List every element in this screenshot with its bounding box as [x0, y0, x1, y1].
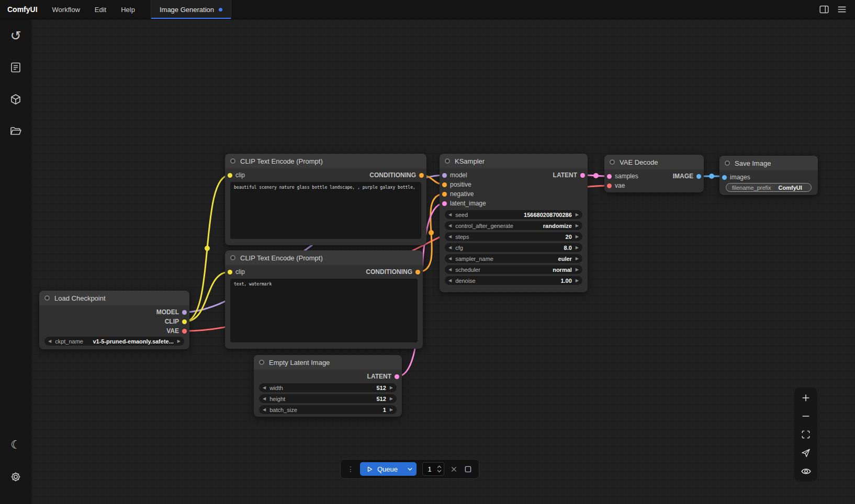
- input-slot-clip[interactable]: [228, 173, 232, 178]
- widget-ckpt-name[interactable]: ckpt_name v1-5-pruned-emaonly.safete...: [44, 337, 184, 346]
- increment-arrow-icon[interactable]: [390, 386, 393, 390]
- menu-help[interactable]: Help: [114, 0, 142, 19]
- menu-workflow[interactable]: Workflow: [45, 0, 87, 19]
- decrement-arrow-icon[interactable]: [448, 224, 452, 228]
- decrement-arrow-icon[interactable]: [448, 235, 452, 239]
- link-dot-conditioning[interactable]: [429, 230, 434, 235]
- decrement-arrow-icon[interactable]: [448, 279, 452, 283]
- hamburger-menu-icon[interactable]: [835, 3, 849, 16]
- toggle-visibility-eye-icon[interactable]: [800, 465, 812, 477]
- widget-batch-size[interactable]: batch_size 1: [259, 405, 397, 414]
- node-header[interactable]: VAE Decode: [604, 155, 704, 169]
- node-clip-text-encode-positive[interactable]: CLIP Text Encode (Prompt) clip CONDITION…: [225, 154, 426, 245]
- node-vae-decode[interactable]: VAE Decode samples IMAGE vae: [604, 155, 704, 192]
- decrement-arrow-icon[interactable]: [448, 246, 452, 250]
- increment-arrow-icon[interactable]: [576, 268, 579, 272]
- panel-toggle-icon[interactable]: [817, 3, 831, 16]
- node-header[interactable]: KSampler: [440, 154, 588, 168]
- input-slot-samples[interactable]: [607, 174, 612, 179]
- stepper-up-icon[interactable]: [437, 465, 442, 468]
- queue-options-chevron-icon[interactable]: [403, 462, 417, 476]
- decrement-arrow-icon[interactable]: [448, 213, 452, 217]
- output-slot-latent[interactable]: [395, 374, 399, 379]
- decrement-arrow-icon[interactable]: [263, 408, 266, 412]
- node-header[interactable]: Empty Latent Image: [254, 355, 402, 370]
- pointer-mode-icon[interactable]: [800, 447, 812, 459]
- node-header[interactable]: CLIP Text Encode (Prompt): [225, 250, 423, 265]
- decrement-arrow-icon[interactable]: [263, 397, 266, 401]
- node-canvas[interactable]: Load Checkpoint MODEL CLIP VAE ckpt_name…: [31, 19, 855, 504]
- input-slot-clip[interactable]: [228, 270, 232, 274]
- node-clip-text-encode-negative[interactable]: CLIP Text Encode (Prompt) clip CONDITION…: [225, 250, 423, 349]
- link-dot-image[interactable]: [709, 174, 714, 179]
- increment-arrow-icon[interactable]: [576, 235, 579, 239]
- widget-height[interactable]: height 512: [259, 394, 397, 403]
- node-load-checkpoint[interactable]: Load Checkpoint MODEL CLIP VAE ckpt_name…: [39, 291, 189, 349]
- input-slot-positive[interactable]: [442, 182, 447, 187]
- node-header[interactable]: Save Image: [719, 156, 818, 170]
- increment-arrow-icon[interactable]: [390, 397, 393, 401]
- widget-scheduler[interactable]: scheduler normal: [445, 265, 582, 274]
- increment-arrow-icon[interactable]: [576, 224, 579, 228]
- collapse-dot-icon[interactable]: [230, 255, 235, 260]
- collapse-dot-icon[interactable]: [259, 360, 264, 365]
- queue-button[interactable]: Queue: [360, 462, 403, 476]
- node-save-image[interactable]: Save Image images filename_prefix ComfyU…: [719, 156, 818, 195]
- output-slot-conditioning[interactable]: [415, 270, 420, 274]
- input-slot-vae[interactable]: [607, 184, 612, 188]
- collapse-dot-icon[interactable]: [610, 159, 615, 165]
- output-slot-image[interactable]: [696, 174, 701, 179]
- widget-denoise[interactable]: denoise 1.00: [445, 276, 582, 285]
- stop-icon[interactable]: [464, 465, 473, 474]
- widget-control-after-generate[interactable]: control_after_generate randomize: [445, 221, 582, 230]
- collapse-dot-icon[interactable]: [445, 158, 450, 164]
- widget-cfg[interactable]: cfg 8.0: [445, 243, 582, 252]
- zoom-in-icon[interactable]: [800, 392, 812, 404]
- clear-queue-icon[interactable]: [450, 465, 458, 473]
- widget-width[interactable]: width 512: [259, 383, 397, 392]
- settings-gear-icon[interactable]: [5, 466, 27, 488]
- prev-value-arrow-icon[interactable]: [48, 339, 51, 343]
- widget-sampler-name[interactable]: sampler_name euler: [445, 254, 582, 263]
- output-slot-latent[interactable]: [580, 173, 585, 178]
- increment-arrow-icon[interactable]: [390, 408, 393, 412]
- node-library-icon[interactable]: [5, 56, 27, 78]
- widget-seed[interactable]: seed 156680208700286: [445, 210, 582, 219]
- app-logo[interactable]: ComfyUI: [0, 0, 45, 19]
- tab-image-generation[interactable]: Image Generation: [151, 0, 231, 19]
- next-value-arrow-icon[interactable]: [177, 339, 181, 343]
- workflows-folder-icon[interactable]: [5, 120, 27, 142]
- history-icon[interactable]: [5, 25, 27, 47]
- zoom-out-icon[interactable]: [800, 410, 812, 422]
- link-dot-clip[interactable]: [205, 246, 210, 251]
- widget-filename-prefix[interactable]: filename_prefix ComfyUI: [726, 183, 812, 192]
- output-slot-conditioning[interactable]: [419, 173, 424, 178]
- menu-edit[interactable]: Edit: [87, 0, 114, 19]
- increment-arrow-icon[interactable]: [576, 246, 579, 250]
- decrement-arrow-icon[interactable]: [263, 386, 266, 390]
- theme-toggle-moon-icon[interactable]: [5, 434, 27, 456]
- output-slot-clip[interactable]: [182, 319, 187, 324]
- output-slot-vae[interactable]: [182, 329, 187, 334]
- widget-steps[interactable]: steps 20: [445, 232, 582, 241]
- input-slot-model[interactable]: [442, 173, 447, 178]
- increment-arrow-icon[interactable]: [576, 257, 579, 261]
- node-empty-latent-image[interactable]: Empty Latent Image LATENT width 512 heig…: [254, 355, 402, 417]
- decrement-arrow-icon[interactable]: [448, 268, 452, 272]
- model-library-icon[interactable]: [5, 88, 27, 110]
- collapse-dot-icon[interactable]: [44, 295, 50, 301]
- decrement-arrow-icon[interactable]: [448, 257, 452, 261]
- link-dot-latent[interactable]: [593, 173, 599, 178]
- collapse-dot-icon[interactable]: [725, 161, 730, 166]
- prompt-textarea[interactable]: beautiful scenery nature glass bottle la…: [230, 182, 421, 239]
- node-header[interactable]: CLIP Text Encode (Prompt): [225, 154, 426, 168]
- input-slot-images[interactable]: [722, 175, 727, 180]
- increment-arrow-icon[interactable]: [576, 213, 579, 217]
- input-slot-negative[interactable]: [442, 192, 447, 197]
- fit-view-icon[interactable]: [800, 429, 812, 440]
- prompt-textarea[interactable]: text, watermark: [230, 279, 418, 342]
- stepper-down-icon[interactable]: [437, 469, 442, 473]
- batch-count-input[interactable]: [425, 465, 434, 474]
- increment-arrow-icon[interactable]: [576, 279, 579, 283]
- drag-handle-icon[interactable]: [347, 465, 354, 473]
